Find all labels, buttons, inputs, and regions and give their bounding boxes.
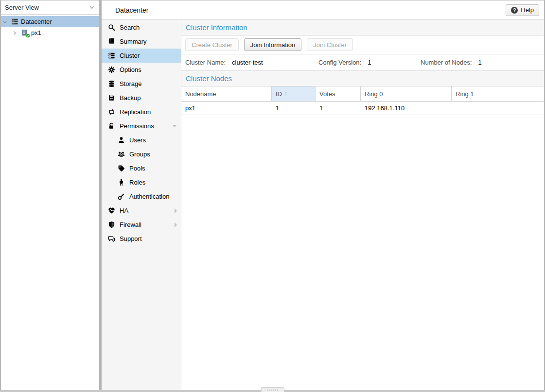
cell-id: 1 — [272, 102, 316, 115]
sidebar-item-authentication[interactable]: Authentication — [102, 189, 181, 204]
tag-icon — [118, 165, 125, 172]
expand-caret-icon[interactable] — [175, 208, 177, 213]
database-icon — [108, 80, 115, 87]
question-circle-icon: ? — [511, 7, 518, 14]
tree-node-datacenter[interactable]: Datacenter — [1, 16, 99, 27]
sidebar-item-backup[interactable]: Backup — [102, 91, 181, 105]
shield-icon — [108, 221, 115, 228]
content-header-bar: Datacenter ? Help — [102, 0, 544, 20]
sidebar-item-cluster[interactable]: Cluster — [102, 49, 181, 63]
sidebar-item-firewall[interactable]: Firewall — [102, 218, 181, 232]
sidebar-item-replication[interactable]: Replication — [102, 105, 181, 119]
config-sidebar: Search Summary — [102, 20, 181, 392]
unlock-icon — [108, 122, 115, 130]
page-title: Datacenter — [115, 6, 506, 14]
chevron-down-icon[interactable] — [88, 4, 95, 11]
expander-down-icon[interactable] — [1, 18, 9, 25]
tree-node-label: px1 — [31, 29, 41, 36]
app-window: Server View — [0, 0, 545, 392]
sidebar-item-users[interactable]: Users — [102, 133, 181, 147]
resource-tree: Datacenter — [1, 15, 99, 38]
join-information-button[interactable]: Join Information — [244, 38, 302, 51]
status-ok-icon — [26, 34, 30, 38]
table-row-px1[interactable]: px1 1 1 192.168.1.110 — [181, 102, 544, 115]
sidebar-item-search[interactable]: Search — [102, 20, 181, 34]
cluster-information-header: Cluster Information — [181, 20, 544, 35]
book-icon — [108, 38, 115, 45]
cluster-name-field: Cluster Name: cluster-test — [185, 59, 318, 66]
tree-node-px1[interactable]: px1 — [1, 27, 99, 38]
number-of-nodes-field: Number of Nodes: 1 — [421, 59, 482, 66]
sidebar-item-support[interactable]: Support — [102, 232, 181, 246]
datacenter-server-icon — [11, 18, 18, 25]
config-version-value: 1 — [368, 59, 371, 66]
nodes-table-header: Nodename ID ↑ Votes Ring 0 Ring 1 — [181, 86, 544, 102]
cluster-name-value: cluster-test — [232, 59, 263, 66]
cluster-view: Cluster Information Create Cluster Join … — [181, 20, 544, 392]
sidebar-item-summary[interactable]: Summary — [102, 34, 181, 49]
cell-ring1 — [452, 102, 544, 115]
sidebar-item-storage[interactable]: Storage — [102, 77, 181, 91]
help-button[interactable]: ? Help — [506, 4, 539, 16]
tree-node-label: Datacenter — [21, 18, 52, 25]
cluster-nodes-header: Cluster Nodes — [181, 71, 544, 86]
bottom-panel-expand-handle[interactable] — [261, 387, 284, 392]
join-cluster-button: Join Cluster — [307, 38, 353, 51]
node-server-online-icon — [21, 29, 29, 36]
column-header-ring1[interactable]: Ring 1 — [452, 86, 544, 101]
column-header-ring0[interactable]: Ring 0 — [361, 86, 452, 101]
cell-votes: 1 — [316, 102, 361, 115]
search-icon — [108, 24, 115, 31]
column-header-id[interactable]: ID ↑ — [272, 86, 316, 101]
gear-icon — [108, 66, 115, 73]
sidebar-item-groups[interactable]: Groups — [102, 147, 181, 161]
cell-ring0: 192.168.1.110 — [361, 102, 452, 115]
help-button-label: Help — [521, 6, 534, 14]
heartbeat-icon — [108, 207, 115, 214]
column-header-votes[interactable]: Votes — [316, 86, 361, 101]
cell-nodename: px1 — [181, 102, 272, 115]
expand-caret-icon[interactable] — [175, 222, 177, 227]
users-group-icon — [118, 151, 125, 158]
sidebar-item-permissions[interactable]: Permissions — [102, 119, 181, 133]
sidebar-item-roles[interactable]: Roles — [102, 175, 181, 189]
server-stack-icon — [108, 52, 115, 59]
view-selector-combo[interactable]: Server View — [1, 0, 99, 15]
expander-right-icon[interactable] — [11, 30, 18, 36]
config-version-field: Config Version: 1 — [318, 59, 421, 66]
number-of-nodes-value: 1 — [478, 59, 482, 66]
floppy-disk-icon — [108, 94, 115, 102]
sidebar-item-ha[interactable]: HA — [102, 204, 181, 218]
create-cluster-button: Create Cluster — [185, 38, 239, 51]
sidebar-item-options[interactable]: Options — [102, 63, 181, 77]
column-header-nodename[interactable]: Nodename — [181, 86, 272, 101]
user-icon — [118, 136, 125, 144]
key-icon — [118, 193, 125, 200]
collapse-caret-icon[interactable] — [172, 125, 177, 127]
cluster-toolbar: Create Cluster Join Information Join Clu… — [181, 35, 544, 54]
retweet-arrows-icon — [108, 108, 115, 116]
sort-asc-icon: ↑ — [284, 90, 287, 97]
resource-tree-panel: Server View — [1, 0, 99, 392]
cluster-summary-row: Cluster Name: cluster-test Config Versio… — [181, 54, 544, 71]
sidebar-item-pools[interactable]: Pools — [102, 161, 181, 175]
person-icon — [118, 179, 125, 186]
comments-icon — [108, 235, 115, 242]
view-selector-value: Server View — [5, 4, 88, 11]
